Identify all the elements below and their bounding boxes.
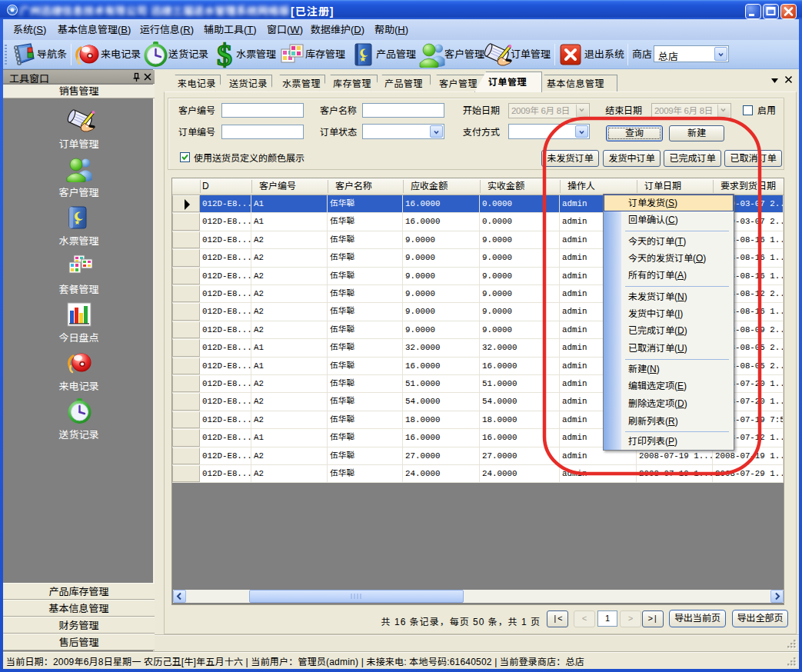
svg-text:$: $ (217, 41, 232, 70)
